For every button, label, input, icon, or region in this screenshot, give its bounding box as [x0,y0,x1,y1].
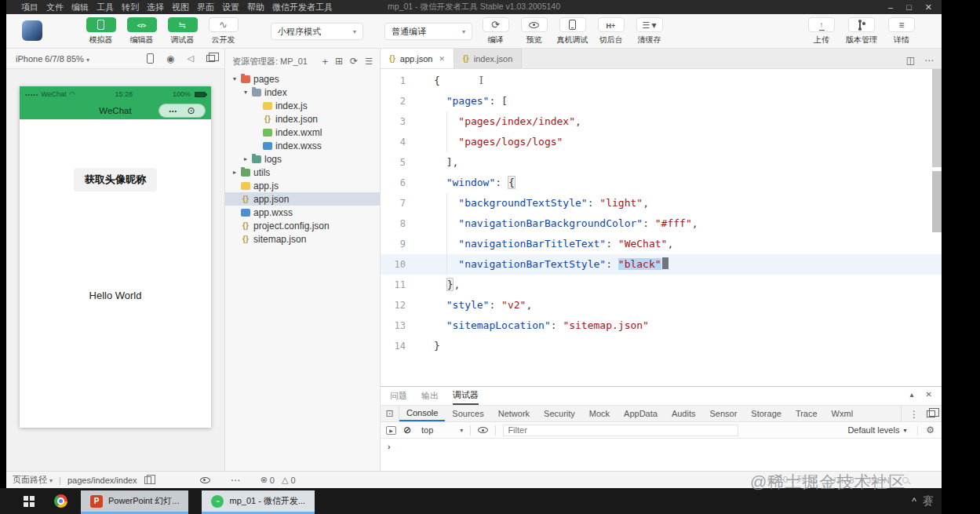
menu-item-编辑[interactable]: 编辑 [67,2,93,13]
editor-tab-index.json[interactable]: index.json [454,49,522,68]
tree-item-app.js[interactable]: app.js [225,179,380,192]
console-output[interactable]: › [381,439,942,471]
maximize-button[interactable]: □ [906,2,912,13]
toolbar-action-预览[interactable]: 预览 [516,17,552,46]
close-panel-icon[interactable] [926,390,932,399]
avatar[interactable] [22,20,42,41]
devtools-tab-Trace[interactable]: Trace [789,406,825,421]
devtools-tab-Storage[interactable]: Storage [744,406,789,421]
code-line[interactable]: 14} [381,336,942,356]
code-editor[interactable]: 1{I2 "pages": [3 "pages/index/index",4 "… [381,69,942,386]
code-line[interactable]: 7 "backgroundTextStyle": "light", [381,193,942,213]
start-button-icon[interactable] [24,496,35,507]
mode-dropdown[interactable]: 小程序模式 ▾ [271,23,363,40]
toolbar-action-清缓存[interactable]: ▾清缓存 [632,17,667,46]
panel-tab-调试器[interactable]: 调试器 [453,387,479,405]
menu-item-设置[interactable]: 设置 [218,2,243,13]
panel-tab-问题[interactable]: 问题 [390,387,407,405]
code-line[interactable]: 8 "navigationBarBackgroundColor": "#fff"… [381,213,942,234]
live-expression-icon[interactable] [478,427,488,433]
toolbar-action-切后台[interactable]: 切后台 [593,17,628,46]
collapse-panel-icon[interactable] [910,390,914,399]
undock-icon[interactable] [927,410,935,417]
tree-item-app.wxss[interactable]: app.wxss [225,206,380,219]
toolbar-button-云开发[interactable]: 云开发 [206,17,241,46]
menu-item-文件[interactable]: 文件 [42,2,67,13]
tree-item-utils[interactable]: ▸utils [225,166,380,179]
menu-item-微信开发者工具[interactable]: 微信开发者工具 [268,2,337,13]
tree-item-index.json[interactable]: index.json [225,112,380,126]
menu-item-项目[interactable]: 项目 [17,2,42,13]
panel-tab-输出[interactable]: 输出 [421,387,439,405]
toolbar-button-模拟器[interactable]: 模拟器 [83,17,118,46]
menu-item-视图[interactable]: 视图 [168,2,193,13]
preview-eye-icon[interactable] [200,477,210,483]
taskbar-app-PowerPoint 幻灯...[interactable]: PPowerPoint 幻灯... [81,490,188,514]
new-folder-icon[interactable] [335,57,343,66]
editor-tab-app.json[interactable]: app.json✕ [381,49,454,68]
devtools-tab-Security[interactable]: Security [537,406,582,421]
new-file-icon[interactable] [322,57,328,67]
capsule-menu[interactable]: ••• [158,104,206,118]
more-actions-icon[interactable] [924,53,934,66]
rotate-device-icon[interactable] [147,53,154,64]
menu-item-转到[interactable]: 转到 [118,2,143,13]
menu-item-帮助[interactable]: 帮助 [243,2,268,13]
context-dropdown[interactable]: top ▾ [418,425,463,435]
console-prompt[interactable]: › [388,442,391,451]
more-dots-icon[interactable]: ••• [169,108,177,114]
code-line[interactable]: 11 }, [381,275,942,295]
menu-item-界面[interactable]: 界面 [193,2,218,13]
record-icon[interactable] [166,54,174,64]
toolbar-action-版本管理[interactable]: 版本管理 [846,17,877,46]
tree-item-app.json[interactable]: app.json [225,192,380,206]
tree-item-sitemap.json[interactable]: sitemap.json [225,232,380,246]
refresh-icon[interactable] [350,57,358,66]
code-line[interactable]: 2 "pages": [ [381,91,942,111]
devtools-tab-Console[interactable]: Console [399,406,445,421]
tree-item-index.js[interactable]: index.js [225,99,380,112]
chrome-icon[interactable] [54,494,67,508]
tray-chevron-icon[interactable]: ^ [912,496,916,507]
code-line[interactable]: 1{I [381,71,942,91]
collapse-all-icon[interactable] [365,57,373,66]
compile-mode-dropdown[interactable]: 普通编译 ▾ [384,23,472,40]
devtools-tab-Audits[interactable]: Audits [665,406,703,421]
tree-item-logs[interactable]: ▸logs [225,152,380,166]
taskbar-app-mp_01 - 微信开发...[interactable]: ~mp_01 - 微信开发... [202,490,315,514]
close-tab-icon[interactable]: ✕ [439,55,445,63]
log-levels-dropdown[interactable]: Default levels ▾ [847,425,906,435]
clear-console-icon[interactable] [403,425,411,435]
console-settings[interactable] [917,425,934,436]
code-line[interactable]: 10 "navigationBarTextStyle": "black" [381,254,942,275]
devtools-tab-Wxml[interactable]: Wxml [825,406,861,421]
separate-window-icon[interactable] [206,55,215,62]
get-avatar-button[interactable]: 获取头像昵称 [74,168,157,191]
inspect-element-icon[interactable] [381,406,399,421]
devtools-tab-Sensor[interactable]: Sensor [702,406,744,421]
page-path-dropdown[interactable]: 页面路径 ▾ [13,474,53,486]
sound-icon[interactable] [188,54,194,63]
code-line[interactable]: 5 ], [381,152,942,173]
toolbar-action-上传[interactable]: 上传 [807,17,836,46]
minimize-button[interactable]: – [888,2,893,13]
code-line[interactable]: 13 "sitemapLocation": "sitemap.json" [381,315,942,336]
tree-item-project.config.json[interactable]: project.config.json [225,219,380,232]
code-line[interactable]: 4 "pages/logs/logs" [381,132,942,152]
toolbar-action-详情[interactable]: 详情 [887,17,916,46]
devtools-menu-icon[interactable] [909,410,919,419]
split-editor-icon[interactable] [906,53,915,66]
code-line[interactable]: 6 "window": { [381,173,942,193]
close-button[interactable]: ✕ [925,2,932,13]
code-line[interactable]: 3 "pages/index/index", [381,111,942,132]
problem-counts[interactable]: 0 0 [260,476,296,485]
tree-item-pages[interactable]: ▾pages [225,72,380,86]
console-filter-input[interactable] [503,425,738,436]
toolbar-action-编译[interactable]: 编译 [478,17,513,46]
toolbar-button-调试器[interactable]: 调试器 [165,17,200,46]
devtools-tab-AppData[interactable]: AppData [617,406,665,421]
scrollbar-thumb[interactable] [932,171,942,232]
toolbar-action-真机调试[interactable]: 真机调试 [555,17,590,46]
device-selector[interactable]: iPhone 6/7/8 85% ▾ [16,54,89,64]
tree-item-index[interactable]: ▾index [225,86,380,99]
